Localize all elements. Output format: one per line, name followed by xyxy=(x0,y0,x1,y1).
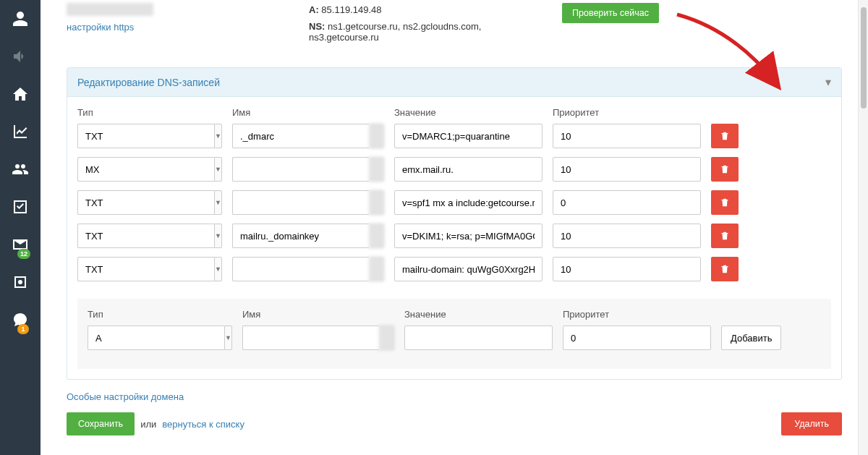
check-now-button[interactable]: Проверить сейчас xyxy=(562,3,659,23)
new-type-input[interactable] xyxy=(88,326,224,350)
record-type-input[interactable] xyxy=(77,190,214,215)
special-settings-link[interactable]: Особые настройки домена xyxy=(67,391,184,402)
record-priority-input[interactable] xyxy=(553,190,701,215)
delete-record-button[interactable] xyxy=(711,124,739,148)
chart-icon xyxy=(12,123,29,140)
domain-suffix-blurred xyxy=(369,224,384,248)
record-type-dropdown[interactable]: ▼ xyxy=(214,157,222,182)
sidebar-profile[interactable] xyxy=(0,0,41,38)
home-icon xyxy=(12,85,29,103)
trash-icon xyxy=(720,131,730,141)
trash-icon xyxy=(720,164,730,174)
scrollbar-track[interactable] xyxy=(858,0,868,455)
sidebar-users[interactable] xyxy=(0,150,41,188)
record-value-input[interactable] xyxy=(394,157,542,182)
safe-icon xyxy=(12,273,29,291)
record-priority-input[interactable] xyxy=(553,224,701,248)
record-priority-input[interactable] xyxy=(553,157,701,182)
new-type-dropdown[interactable]: ▼ xyxy=(224,326,232,350)
dns-record-row: ▼ xyxy=(77,124,831,148)
person-icon xyxy=(12,10,29,27)
new-priority-input[interactable] xyxy=(563,326,711,350)
trash-icon xyxy=(720,197,730,208)
sidebar-tasks[interactable] xyxy=(0,188,41,226)
record-type-dropdown[interactable]: ▼ xyxy=(214,190,222,215)
record-value-input[interactable] xyxy=(394,257,542,281)
messages-badge: 12 xyxy=(17,249,30,259)
record-type-input[interactable] xyxy=(77,224,214,248)
record-type-input[interactable] xyxy=(77,257,214,281)
dns-record-row: ▼ xyxy=(77,257,831,281)
delete-record-button[interactable] xyxy=(711,224,739,248)
record-value-input[interactable] xyxy=(394,224,542,248)
record-type-input[interactable] xyxy=(77,157,214,182)
record-name-input[interactable] xyxy=(232,124,369,148)
dns-record-row: ▼ xyxy=(77,157,831,182)
domain-name-blurred xyxy=(67,3,153,16)
record-priority-input[interactable] xyxy=(553,124,701,148)
delete-record-button[interactable] xyxy=(711,157,739,182)
new-value-input[interactable] xyxy=(404,326,553,350)
domain-suffix-blurred xyxy=(379,326,394,350)
chat-badge: 1 xyxy=(17,324,29,334)
delete-record-button[interactable] xyxy=(711,257,739,281)
or-text: или xyxy=(140,419,156,430)
sidebar-stats[interactable] xyxy=(0,113,41,150)
add-record-button[interactable]: Добавить xyxy=(721,326,781,350)
panel-title: Редактирование DNS-записей xyxy=(77,77,220,88)
dns-record-row: ▼ xyxy=(77,190,831,215)
record-type-dropdown[interactable]: ▼ xyxy=(214,124,222,148)
save-button[interactable]: Сохранить xyxy=(67,412,135,435)
checkbox-icon xyxy=(12,198,29,216)
header-value: Значение xyxy=(394,107,542,118)
dns-record-row: ▼ xyxy=(77,224,831,248)
speaker-icon xyxy=(12,48,29,65)
dns-panel: Редактирование DNS-записей ▾ Тип Имя Зна… xyxy=(67,67,842,380)
trash-icon xyxy=(720,264,730,274)
collapse-toggle[interactable]: ▾ xyxy=(825,75,831,89)
back-to-list-link[interactable]: вернуться к списку xyxy=(162,419,244,430)
record-name-input[interactable] xyxy=(232,190,369,215)
record-type-dropdown[interactable]: ▼ xyxy=(214,224,222,248)
sidebar-safe[interactable] xyxy=(0,263,41,301)
main-content: настройки https A: 85.119.149.48 NS: ns1… xyxy=(41,0,868,455)
delete-button[interactable]: Удалить xyxy=(781,412,842,435)
header-type: Тип xyxy=(77,107,222,118)
domain-suffix-blurred xyxy=(369,257,384,281)
scrollbar-thumb[interactable] xyxy=(861,7,867,109)
sidebar-sound[interactable] xyxy=(0,38,41,75)
record-name-input[interactable] xyxy=(232,224,369,248)
record-type-input[interactable] xyxy=(77,124,214,148)
record-name-input[interactable] xyxy=(232,257,369,281)
https-settings-link[interactable]: настройки https xyxy=(67,22,287,33)
sidebar-messages[interactable]: 12 xyxy=(0,226,41,263)
sidebar-home[interactable] xyxy=(0,75,41,113)
domain-suffix-blurred xyxy=(369,190,384,215)
add-record-section: Тип Имя Значение Приоритет ▼ Добавить xyxy=(77,299,831,369)
header-name: Имя xyxy=(232,107,384,118)
record-priority-input[interactable] xyxy=(553,257,701,281)
domain-suffix-blurred xyxy=(369,157,384,182)
group-icon xyxy=(12,161,29,178)
trash-icon xyxy=(720,231,730,241)
delete-record-button[interactable] xyxy=(711,190,739,215)
ns-record-info: NS: ns1.getcourse.ru, ns2.gcloudns.com, … xyxy=(309,21,540,43)
a-record-info: A: 85.119.149.48 xyxy=(309,4,540,15)
new-name-input[interactable] xyxy=(242,326,379,350)
sidebar: 12 1 xyxy=(0,0,41,455)
sidebar-chat[interactable]: 1 xyxy=(0,301,41,339)
header-priority: Приоритет xyxy=(553,107,701,118)
record-type-dropdown[interactable]: ▼ xyxy=(214,257,222,281)
record-value-input[interactable] xyxy=(394,124,542,148)
record-name-input[interactable] xyxy=(232,157,369,182)
record-value-input[interactable] xyxy=(394,190,542,215)
domain-suffix-blurred xyxy=(369,124,384,148)
